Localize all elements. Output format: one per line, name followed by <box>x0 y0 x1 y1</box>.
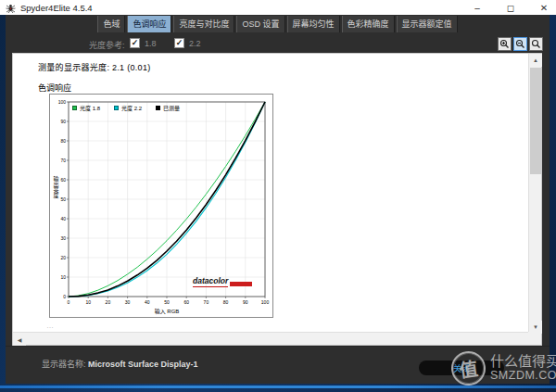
svg-text:70: 70 <box>204 299 209 305</box>
datacolor-logo: datacolor <box>193 276 252 287</box>
desktop: Spyder4Elite 4.5.4 – ◻ ✕ 色域 色调响应 亮度与对比度 … <box>0 0 556 392</box>
clipped-next-section-text: … <box>46 322 54 330</box>
spyder-app-icon <box>6 3 16 13</box>
scroll-left-button[interactable]: ◀ <box>13 333 26 346</box>
chart-y-axis-label: 输出亮度 <box>52 176 60 198</box>
section-title: 色调响应 <box>38 82 71 94</box>
app-body: 色域 色调响应 亮度与对比度 OSD 设置 屏幕均匀性 色彩精确度 显示器额定值… <box>6 15 550 384</box>
horizontal-scrollbar[interactable]: ◀ <box>13 332 530 345</box>
maximize-button[interactable]: ◻ <box>499 0 523 15</box>
smzdm-logo-icon: 值 <box>449 348 488 387</box>
vertical-scrollbar[interactable]: ▲ ▼ <box>528 54 541 334</box>
magnifier-icon <box>531 39 541 49</box>
svg-text:80: 80 <box>223 299 229 305</box>
svg-text:60: 60 <box>183 299 189 305</box>
legend-item-measured: 已测量 <box>156 104 180 112</box>
svg-text:30: 30 <box>60 235 66 241</box>
legend-label: 光度 1.8 <box>80 104 100 112</box>
display-name: 显示器名称: Microsoft Surface Display-1 <box>42 358 198 370</box>
legend-label: 已测量 <box>163 104 180 112</box>
svg-text:40: 40 <box>60 216 66 221</box>
vertical-scrollbar-thumb[interactable] <box>530 68 541 174</box>
chart-legend: 光度 1.8 光度 2.2 已测量 <box>72 104 180 112</box>
scroll-up-button[interactable]: ▲ <box>529 54 542 67</box>
gamma-2-2-checkbox[interactable]: ✓ <box>174 38 184 48</box>
window-titlebar: Spyder4Elite 4.5.4 – ◻ ✕ <box>0 0 556 15</box>
tone-response-chart: 0102030405060708090100010203040506070809… <box>49 94 273 318</box>
tab-gamut[interactable]: 色域 <box>97 16 125 32</box>
svg-text:20: 20 <box>106 299 111 305</box>
window-title: Spyder4Elite 4.5.4 <box>20 3 93 13</box>
svg-text:40: 40 <box>145 299 150 305</box>
tab-screen-uniformity[interactable]: 屏幕均匀性 <box>287 16 340 32</box>
zoom-in-button[interactable] <box>498 37 512 51</box>
measured-gamma-text: 测量的显示器光度: 2.1 (0.01) <box>38 61 151 73</box>
svg-text:100: 100 <box>58 99 67 105</box>
tab-strip: 色域 色调响应 亮度与对比度 OSD 设置 屏幕均匀性 色彩精确度 显示器额定值 <box>6 16 550 32</box>
svg-text:0: 0 <box>63 294 66 299</box>
legend-swatch-green <box>72 106 77 110</box>
datacolor-red-bar-icon <box>230 282 252 286</box>
smzdm-watermark: 值 什么值得买 SMZDM.COM <box>451 348 556 388</box>
tab-display-rating[interactable]: 显示器额定值 <box>397 16 458 32</box>
smzdm-watermark-text: 什么值得买 SMZDM.COM <box>490 354 556 382</box>
minimize-button[interactable]: – <box>465 0 489 15</box>
tab-brightness-contrast[interactable]: 亮度与对比度 <box>173 16 234 32</box>
svg-text:60: 60 <box>60 177 66 183</box>
display-name-label: 显示器名称: <box>42 360 86 369</box>
legend-swatch-black <box>156 106 160 110</box>
svg-text:50: 50 <box>164 299 170 305</box>
smzdm-logo-char: 值 <box>458 353 480 383</box>
svg-text:0: 0 <box>68 299 70 305</box>
scrollbar-corner <box>528 332 541 345</box>
display-name-value: Microsoft Surface Display-1 <box>88 360 198 369</box>
datacolor-wordmark: datacolor <box>193 276 228 287</box>
zoom-toolbar <box>498 37 543 51</box>
legend-item-gamma-22: 光度 2.2 <box>114 104 142 112</box>
svg-text:100: 100 <box>261 299 270 305</box>
svg-text:50: 50 <box>60 196 66 202</box>
legend-label: 光度 2.2 <box>121 104 142 112</box>
smzdm-domain: SMZDM.COM <box>490 369 556 382</box>
legend-item-gamma-18: 光度 1.8 <box>72 104 100 112</box>
legend-swatch-cyan <box>114 106 119 110</box>
smzdm-name: 什么值得买 <box>490 354 556 369</box>
tab-color-accuracy[interactable]: 色彩精确度 <box>342 16 395 32</box>
gamma-2-2-label[interactable]: 2.2 <box>189 39 201 48</box>
magnifier-plus-icon <box>499 39 510 49</box>
tab-osd-settings[interactable]: OSD 设置 <box>236 16 284 32</box>
svg-text:10: 10 <box>60 274 66 280</box>
gamma-1-8-label[interactable]: 1.8 <box>145 39 157 48</box>
svg-text:90: 90 <box>60 119 66 124</box>
gamma-reference-label: 光度参考: <box>89 39 125 51</box>
magnifier-minus-icon <box>515 39 525 49</box>
svg-text:90: 90 <box>243 299 248 305</box>
gamma-1-8-checkbox[interactable]: ✓ <box>130 38 140 48</box>
tab-tone-response[interactable]: 色调响应 <box>127 16 171 32</box>
svg-text:70: 70 <box>60 158 66 163</box>
close-window-button[interactable]: ✕ <box>532 0 556 15</box>
zoom-fit-button[interactable] <box>529 37 543 51</box>
zoom-out-button[interactable] <box>513 37 527 51</box>
content-panel: 测量的显示器光度: 2.1 (0.01) 色调响应 01020304050607… <box>12 53 542 346</box>
svg-text:30: 30 <box>125 299 131 305</box>
svg-text:10: 10 <box>85 299 91 305</box>
svg-text:输入 RGB: 输入 RGB <box>155 308 180 315</box>
svg-text:80: 80 <box>60 138 66 144</box>
svg-text:20: 20 <box>60 255 66 260</box>
